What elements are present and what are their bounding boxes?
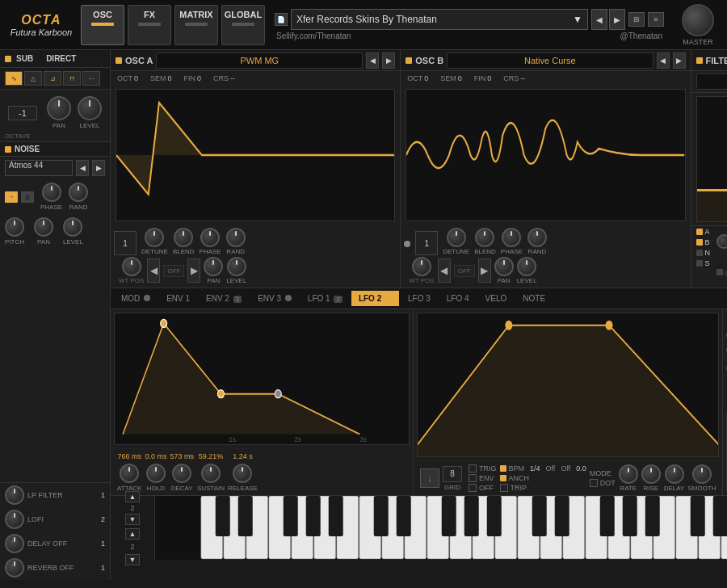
osc-b-off-btn[interactable]: OFF — [454, 265, 475, 277]
direct-label[interactable]: DIRECT — [46, 54, 76, 63]
preset-menu-icon[interactable]: ≡ — [648, 12, 664, 27]
rand-knob[interactable] — [69, 183, 88, 202]
osc-a-prev[interactable]: ◀ — [366, 52, 379, 69]
sub-led[interactable] — [5, 56, 11, 62]
octave-select[interactable]: -1 — [8, 106, 37, 120]
mod-tab-mod[interactable]: MOD — [114, 291, 158, 306]
osc-a-phase-knob[interactable] — [200, 228, 220, 247]
osc-a-pan-knob[interactable] — [204, 257, 223, 276]
osc-b-wt-prev[interactable]: ◀ — [438, 258, 451, 283]
mod-tab-lfo2[interactable]: LFO 2 — [351, 291, 399, 306]
noise-next[interactable]: ▶ — [92, 160, 105, 176]
osc-b-prev[interactable]: ◀ — [657, 52, 670, 69]
dot-checkbox[interactable] — [590, 479, 598, 487]
osc-a-blend-knob[interactable] — [174, 228, 193, 247]
nav-btn-global[interactable]: GLOBAL — [221, 5, 265, 45]
wave-tri[interactable]: △ — [24, 71, 42, 86]
piano-keyboard[interactable] — [155, 496, 727, 560]
mod-tab-lfo1[interactable]: LFO 1 2 — [300, 291, 350, 306]
preset-next-btn[interactable]: ▶ — [609, 9, 625, 30]
osc-b-led[interactable] — [406, 57, 412, 64]
osc-b-pan-knob[interactable] — [494, 257, 514, 276]
pitch-knob[interactable] — [5, 217, 24, 237]
mod-tab-lfo3[interactable]: LFO 3 — [401, 291, 438, 306]
lofi-knob[interactable] — [5, 510, 24, 529]
mod-tab-env3[interactable]: ENV 3 — [250, 291, 299, 306]
noise-led[interactable] — [5, 146, 11, 153]
osc-b-next[interactable]: ▶ — [673, 52, 686, 69]
lp-filter-knob[interactable] — [5, 485, 24, 505]
filter-bottom-led[interactable] — [716, 269, 723, 275]
wave-saw[interactable]: ⊿ — [44, 71, 61, 86]
pitch-spinner-dn[interactable]: ▼ — [125, 514, 141, 525]
attack-knob[interactable] — [120, 464, 139, 483]
filter-led[interactable] — [696, 57, 703, 64]
nav-btn-osc[interactable]: OSC — [81, 5, 124, 45]
filter-opt-s-led[interactable] — [696, 260, 703, 267]
lfo-rate-knob[interactable] — [619, 464, 638, 484]
lfo-rise-knob[interactable] — [641, 464, 661, 484]
lfo-download-btn[interactable]: ↓ — [420, 468, 439, 488]
grid-value[interactable]: 8 — [443, 466, 462, 482]
osc-a-next[interactable]: ▶ — [382, 52, 395, 69]
decay-knob[interactable] — [172, 464, 191, 483]
noise-prev[interactable]: ◀ — [76, 160, 89, 176]
filter-small-knob1[interactable] — [716, 234, 727, 249]
osc-a-wt-pos-knob[interactable] — [122, 257, 141, 276]
pitch-spinner-up[interactable]: ▲ — [125, 491, 141, 502]
filter-opt-n-led[interactable] — [696, 250, 703, 256]
phase-knob[interactable] — [42, 183, 61, 202]
level-knob[interactable] — [78, 96, 102, 120]
sustain-knob[interactable] — [201, 464, 221, 483]
env-checkbox[interactable] — [469, 474, 477, 482]
osc-b-detune-knob[interactable] — [447, 228, 466, 247]
pan-knob[interactable] — [47, 96, 71, 120]
osc-b-rand-knob[interactable] — [527, 228, 547, 247]
mod-tab-env1[interactable]: ENV 1 — [159, 291, 197, 306]
release-knob[interactable] — [233, 464, 252, 483]
nav-btn-matrix[interactable]: MATRIX — [174, 5, 218, 45]
mod-tab-note[interactable]: NOTE — [515, 291, 553, 306]
osc-a-off-btn[interactable]: OFF — [163, 265, 184, 277]
mod-tab-lfo4[interactable]: LFO 4 — [439, 291, 477, 306]
preset-prev-btn[interactable]: ◀ — [591, 9, 607, 30]
phase-mod-icon2[interactable]: ||| — [21, 191, 34, 203]
phase-mod-icon[interactable]: → — [5, 191, 18, 203]
anch-led[interactable] — [500, 475, 506, 481]
osc-a-wt-prev[interactable]: ◀ — [147, 258, 160, 283]
wave-sin[interactable]: ∿ — [5, 71, 23, 86]
mod-tab-env2[interactable]: ENV 2 1 — [199, 291, 249, 306]
mod-spinner-up[interactable]: ▲ — [125, 528, 141, 540]
osc-a-unison[interactable]: 1 — [114, 231, 137, 255]
osc-b-level-knob[interactable] — [517, 257, 536, 276]
hold-knob[interactable] — [146, 464, 166, 483]
master-knob[interactable] — [682, 4, 714, 36]
osc-b-phase-knob[interactable] — [502, 228, 521, 247]
osc-b-wt-next[interactable]: ▶ — [478, 258, 491, 283]
left-pan-knob[interactable] — [34, 217, 53, 237]
mod-tab-velo[interactable]: VELO — [478, 291, 515, 306]
osc-a-rand-knob[interactable] — [226, 228, 246, 247]
lfo-smooth-knob[interactable] — [692, 464, 712, 484]
osc-b-wt-pos-knob[interactable] — [412, 257, 431, 276]
mod-spinner-dn[interactable]: ▼ — [125, 554, 141, 565]
osc-b-blend-knob[interactable] — [475, 228, 494, 247]
osc-a-wt-next[interactable]: ▶ — [187, 258, 200, 283]
reverb-knob[interactable] — [5, 558, 24, 578]
lfo-delay-knob[interactable] — [665, 464, 684, 484]
sub-label[interactable]: SUB — [16, 54, 33, 63]
left-level-knob2[interactable] — [63, 217, 82, 237]
bpm-led[interactable] — [500, 465, 506, 472]
trig-checkbox[interactable] — [469, 464, 477, 472]
filter-opt-a-led[interactable] — [696, 229, 703, 235]
wave-noise[interactable]: ⋯ — [82, 71, 100, 86]
osc-a-level-knob[interactable] — [227, 257, 246, 276]
osc-b-unison[interactable]: 1 — [415, 231, 438, 255]
filter-opt-b-led[interactable] — [696, 239, 703, 246]
nav-btn-fx[interactable]: FX — [128, 5, 171, 45]
preset-save-icon[interactable]: ⊞ — [628, 12, 645, 27]
trip-checkbox[interactable] — [500, 484, 508, 492]
osc-a-led[interactable] — [116, 57, 122, 64]
preset-dropdown[interactable]: Xfer Records Skins By Thenatan ▼ — [291, 9, 588, 30]
osc-a-detune-knob[interactable] — [145, 228, 164, 247]
